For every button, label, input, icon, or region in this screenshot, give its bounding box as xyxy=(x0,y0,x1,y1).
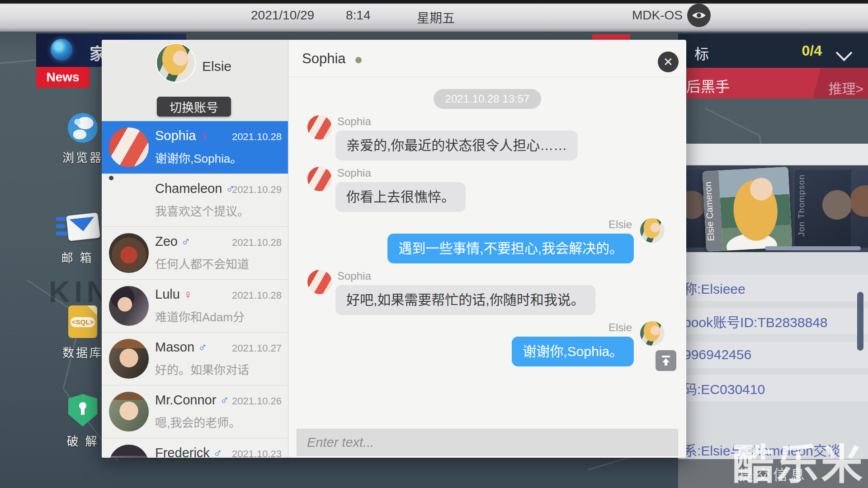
deduce-link[interactable]: 推理> xyxy=(828,78,863,98)
contact-preview: 谢谢你,Sophia。 xyxy=(155,149,283,166)
clue-row[interactable]: book账号ID:TB2838848 xyxy=(678,308,868,334)
clue-row[interactable]: 称:Elsieee xyxy=(678,275,868,301)
message-list[interactable]: 2021.10.28 13:57 Sophia 亲爱的,你最近的状态很令人担心…… xyxy=(288,77,686,422)
contact-preview: 任何人都不会知道 xyxy=(155,255,283,272)
contact-date: 2021.10.28 xyxy=(232,237,282,249)
sender-name: Elsie xyxy=(297,321,677,334)
clue-text: book账号ID:TB2838848 xyxy=(684,311,828,331)
message-bubble: 亲爱的,你最近的状态很令人担心…… xyxy=(335,131,578,160)
contact-row-connor[interactable]: Mr.Connor♂ 2021.10.26 嗯,我会的老师。 xyxy=(102,385,288,438)
contact-row-chameleon[interactable]: Chameleon♂ 2021.10.29 我喜欢这个提议。 xyxy=(102,174,288,227)
contact-row-frederick[interactable]: Frederick♂ 2021.10.23 xyxy=(102,438,288,458)
news-globe-icon xyxy=(51,39,72,61)
watermark: 酷乐米 xyxy=(732,431,865,488)
switch-account-button[interactable]: 切换账号 xyxy=(157,97,231,117)
message-incoming: Sophia 你看上去很憔悴。 xyxy=(297,167,677,212)
os-name: MDK-OS xyxy=(632,8,683,23)
avatar xyxy=(307,115,332,140)
contact-preview: 我喜欢这个提议。 xyxy=(155,202,283,219)
messenger-window: Elsie 切换账号 Sophia♀ 2021.10.28 谢谢你,Sophia… xyxy=(102,40,686,458)
gender-female-icon: ♀ xyxy=(199,129,208,143)
sender-name: Sophia xyxy=(297,115,677,128)
avatar xyxy=(109,286,149,326)
chat-title: Sophia xyxy=(302,51,346,67)
message-bubble: 你看上去很憔悴。 xyxy=(335,182,466,212)
avatar xyxy=(109,339,149,379)
contact-row-zeo[interactable]: Zeo♂ 2021.10.28 任何人都不会知道 xyxy=(102,227,288,280)
scroll-top-icon xyxy=(660,355,672,366)
card-name-label: Jon Thompson xyxy=(797,174,807,236)
account-avatar xyxy=(156,43,196,83)
avatar xyxy=(109,445,149,458)
gender-male-icon: ♂ xyxy=(198,341,207,354)
message-outgoing: Elsie 遇到一些事情,不要担心,我会解决的。 xyxy=(297,218,677,263)
contact-date: 2021.10.28 xyxy=(232,290,282,301)
clue-list-scrollbar[interactable] xyxy=(857,292,863,351)
online-status-dot xyxy=(355,57,362,63)
account-name: Elsie xyxy=(202,59,231,74)
character-card-elsie[interactable]: Elsie Cameron xyxy=(702,167,792,252)
clue-text: 996942456 xyxy=(684,347,751,362)
card-carousel-scrollbar[interactable] xyxy=(765,246,861,250)
elsie-portrait xyxy=(718,167,792,251)
gender-male-icon: ♂ xyxy=(220,394,229,407)
avatar xyxy=(640,321,665,346)
contact-preview: 嗯,我会的老师。 xyxy=(155,413,283,430)
contacts-sidebar: Elsie 切换账号 Sophia♀ 2021.10.28 谢谢你,Sophia… xyxy=(102,40,288,458)
mail-envelope-icon xyxy=(56,213,99,243)
account-header: Elsie 切换账号 xyxy=(102,40,288,121)
close-icon[interactable] xyxy=(658,52,679,72)
character-card-carousel[interactable]: Jon Thompson Elsie Cameron xyxy=(678,165,868,252)
message-bubble: 遇到一些事情,不要担心,我会解决的。 xyxy=(387,234,634,263)
keyhole-shield-icon xyxy=(68,394,97,427)
contact-date: 2021.10.27 xyxy=(232,343,282,354)
browser-globe-icon xyxy=(68,113,98,143)
message-input[interactable] xyxy=(297,429,678,456)
contact-row-lulu[interactable]: Lulu♀ 2021.10.28 难道你和Adam分 xyxy=(102,280,288,333)
mail-label: 邮 箱 xyxy=(43,249,111,265)
message-outgoing: Elsie 谢谢你,Sophia。 xyxy=(297,321,677,366)
character-card-dimmed[interactable] xyxy=(851,170,868,248)
sender-name: Elsie xyxy=(297,218,677,231)
contact-preview: 难道你和Adam分 xyxy=(155,308,283,324)
contact-row-mason[interactable]: Mason♂ 2021.10.27 好的。如果你对话 xyxy=(102,333,288,385)
message-incoming: Sophia 好吧,如果需要帮忙的话,你随时和我说。 xyxy=(297,270,677,315)
os-eye-logo-icon xyxy=(687,4,711,27)
avatar xyxy=(109,392,149,432)
avatar xyxy=(109,127,149,167)
sender-name: Sophia xyxy=(297,167,677,179)
objective-bar: 标 0/4 xyxy=(678,33,868,68)
message-input-bar xyxy=(297,429,678,456)
sender-name: Sophia xyxy=(297,270,677,282)
clue-row[interactable]: 996942456 xyxy=(678,342,868,368)
desktop-icon-mail[interactable]: 邮 箱 xyxy=(43,213,111,265)
avatar xyxy=(640,218,665,243)
gender-male-icon: ♂ xyxy=(181,235,190,249)
contact-preview: 好的。如果你对话 xyxy=(155,361,283,377)
system-time: 8:14 xyxy=(346,8,371,23)
clue-row[interactable]: 码:EC030410 xyxy=(678,375,868,401)
contact-row-sophia[interactable]: Sophia♀ 2021.10.28 谢谢你,Sophia。 xyxy=(102,121,288,174)
system-topbar: 2021/10/29 8:14 星期五 MDK-OS xyxy=(0,0,868,32)
contact-list: Sophia♀ 2021.10.28 谢谢你,Sophia。 Chameleon… xyxy=(102,121,288,458)
contact-date: 2021.10.26 xyxy=(232,395,282,407)
contact-date: 2021.10.23 xyxy=(232,448,282,458)
contact-date: 2021.10.29 xyxy=(232,184,282,196)
chat-header: Sophia xyxy=(288,40,686,77)
sql-file-icon: <SQL> xyxy=(68,305,97,338)
message-bubble: 谢谢你,Sophia。 xyxy=(512,337,634,366)
chat-timestamp: 2021.10.28 13:57 xyxy=(434,89,542,109)
case-banner: 后黑手 推理> xyxy=(678,68,868,99)
news-badge: News xyxy=(36,67,90,88)
avatar xyxy=(307,167,332,191)
chevron-down-icon[interactable] xyxy=(836,45,853,61)
avatar xyxy=(109,233,149,273)
gender-male-icon: ♂ xyxy=(213,446,222,458)
system-date: 2021/10/29 xyxy=(251,8,314,23)
message-bubble: 好吧,如果需要帮忙的话,你随时和我说。 xyxy=(335,285,595,315)
clue-text: 码:EC030410 xyxy=(684,378,765,398)
objective-title-partial: 标 xyxy=(694,42,709,63)
gender-female-icon: ♀ xyxy=(184,288,193,301)
system-weekday: 星期五 xyxy=(417,8,455,26)
scroll-to-top-button[interactable] xyxy=(656,350,676,371)
